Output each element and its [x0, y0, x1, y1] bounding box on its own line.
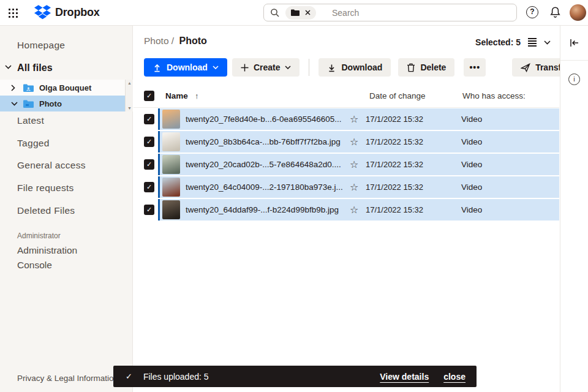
breadcrumb: Photo / Photo — [144, 36, 207, 47]
collapse-panel-icon[interactable] — [570, 39, 579, 47]
chevron-right-icon[interactable] — [11, 85, 18, 91]
chevron-down-icon — [285, 66, 291, 69]
search-placeholder: Search — [332, 8, 359, 18]
row-checkbox[interactable]: ✓ — [144, 114, 154, 124]
sidebar-item-general-access[interactable]: General access — [17, 160, 86, 171]
file-name[interactable]: twenty20_20cad02b-...5-7e864648a2d0.... — [186, 160, 350, 169]
table-header: ✓ Name ↑ Date of change Who has access: — [134, 86, 559, 108]
tree-scrollbar[interactable]: ▲ ▼ — [125, 80, 133, 111]
file-access: Video — [461, 205, 482, 214]
row-checkbox[interactable]: ✓ — [144, 137, 154, 147]
file-row[interactable]: twenty20_7fe8d40e-b...6-0ea695546605...☆… — [158, 108, 559, 130]
toast-message: Files uploaded: 5 — [143, 372, 209, 382]
view-chevron-down-icon[interactable] — [544, 40, 551, 45]
file-date: 17/1/2022 15:32 — [366, 115, 461, 124]
delete-button-label: Delete — [420, 62, 446, 72]
tree-item-olga-bouquet[interactable]: Olga Bouquet — [0, 80, 125, 96]
column-header-name[interactable]: Name — [165, 91, 188, 100]
sidebar-item-administration-console[interactable]: Administration Console — [17, 243, 109, 273]
notifications-bell-icon[interactable] — [549, 6, 561, 19]
scroll-down-icon[interactable]: ▼ — [126, 106, 134, 110]
sort-ascending-icon[interactable]: ↑ — [195, 91, 199, 100]
star-icon[interactable]: ☆ — [350, 159, 366, 170]
upload-button[interactable]: Download — [144, 58, 227, 77]
file-list: ✓twenty20_7fe8d40e-b...6-0ea695546605...… — [134, 108, 559, 222]
sidebar-item-deleted-files[interactable]: Deleted Files — [17, 205, 75, 216]
delete-button[interactable]: Delete — [398, 58, 454, 77]
trash-icon — [407, 63, 415, 72]
download-icon — [327, 63, 336, 72]
view-details-link[interactable]: View details — [380, 372, 429, 382]
close-toast-link[interactable]: close — [443, 372, 466, 382]
file-name[interactable]: twenty20_64c04009-...2-197180ba973e.j... — [186, 183, 350, 192]
folder-icon — [23, 100, 34, 108]
privacy-legal-link[interactable]: Privacy & Legal Information — [17, 374, 118, 383]
create-button[interactable]: Create — [232, 58, 300, 77]
file-name[interactable]: twenty20_8b3b64ca-...bb-76bff7f7f2ba.jpg — [186, 137, 350, 146]
selected-count-label: Selected: 5 — [475, 37, 521, 47]
file-access: Video — [461, 137, 482, 146]
star-icon[interactable]: ☆ — [350, 181, 366, 193]
help-icon[interactable]: ? — [526, 6, 538, 18]
search-input[interactable]: Search — [263, 4, 517, 21]
info-icon[interactable]: i — [568, 74, 580, 85]
star-icon[interactable]: ☆ — [350, 204, 366, 216]
upload-button-label: Download — [167, 62, 208, 72]
sidebar-item-file-requests[interactable]: File requests — [17, 183, 74, 194]
right-panel: i — [560, 26, 588, 392]
dropbox-logo[interactable]: Dropbox — [34, 5, 100, 20]
file-row[interactable]: twenty20_20cad02b-...5-7e864648a2d0....☆… — [158, 154, 559, 175]
chevron-down-icon — [213, 66, 219, 69]
column-header-date[interactable]: Date of change — [369, 91, 426, 100]
table-row: ✓twenty20_20cad02b-...5-7e864648a2d0....… — [134, 154, 559, 175]
table-row: ✓twenty20_8b3b64ca-...bb-76bff7f7f2ba.jp… — [134, 131, 559, 153]
search-folder-filter-chip[interactable] — [285, 6, 316, 20]
sidebar: Homepage All files Olga Bouquet Photo — [0, 26, 133, 392]
app-grid-icon[interactable] — [9, 9, 18, 18]
breadcrumb-current: Photo — [179, 36, 206, 46]
star-icon[interactable]: ☆ — [350, 136, 366, 148]
star-icon[interactable]: ☆ — [350, 113, 366, 125]
download-button[interactable]: Download — [318, 58, 391, 77]
app-title: Dropbox — [55, 6, 100, 19]
sidebar-item-latest[interactable]: Latest — [17, 115, 44, 126]
sidebar-item-tagged[interactable]: Tagged — [17, 138, 50, 149]
file-date: 17/1/2022 15:32 — [366, 183, 461, 192]
scroll-up-icon[interactable]: ▲ — [126, 81, 134, 85]
folder-tree: Olga Bouquet Photo ▲ ▼ — [0, 80, 133, 111]
file-row[interactable]: twenty20_64ddaf99-...f-b224d99bfb9b.jpg☆… — [158, 199, 559, 221]
file-row[interactable]: twenty20_64c04009-...2-197180ba973e.j...… — [158, 176, 559, 198]
file-name[interactable]: twenty20_7fe8d40e-b...6-0ea695546605... — [186, 115, 350, 124]
breadcrumb-separator: / — [172, 36, 174, 46]
file-access: Video — [461, 183, 482, 192]
sidebar-item-all-files[interactable]: All files — [17, 62, 53, 74]
file-thumbnail — [162, 178, 180, 197]
sidebar-item-homepage[interactable]: Homepage — [17, 40, 65, 51]
file-date: 17/1/2022 15:32 — [366, 205, 461, 214]
file-date: 17/1/2022 15:32 — [366, 137, 461, 146]
breadcrumb-parent[interactable]: Photo — [144, 36, 169, 46]
chip-remove-icon[interactable] — [305, 10, 311, 15]
column-header-access: Who has access: — [462, 91, 526, 100]
file-row[interactable]: twenty20_8b3b64ca-...bb-76bff7f7f2ba.jpg… — [158, 131, 559, 153]
search-icon — [270, 8, 280, 18]
top-bar: Dropbox Search ? — [0, 0, 588, 26]
file-name[interactable]: twenty20_64ddaf99-...f-b224d99bfb9b.jpg — [186, 205, 350, 214]
row-checkbox[interactable]: ✓ — [144, 182, 154, 192]
table-row: ✓twenty20_64ddaf99-...f-b224d99bfb9b.jpg… — [134, 199, 559, 221]
file-thumbnail — [162, 110, 180, 129]
chevron-down-icon[interactable] — [11, 102, 18, 106]
row-checkbox[interactable]: ✓ — [144, 159, 154, 170]
chevron-down-icon[interactable] — [5, 65, 12, 69]
list-view-icon[interactable] — [528, 38, 537, 47]
file-access: Video — [461, 160, 482, 169]
row-checkbox[interactable]: ✓ — [144, 205, 154, 215]
user-avatar[interactable] — [570, 4, 586, 21]
file-access: Video — [461, 115, 482, 124]
shared-folder-icon — [23, 84, 34, 92]
upload-toast: ✓ Files uploaded: 5 View details close — [113, 366, 477, 387]
more-actions-button[interactable]: ••• — [464, 58, 486, 77]
select-all-checkbox[interactable]: ✓ — [144, 91, 154, 101]
plus-icon — [241, 64, 249, 72]
tree-item-photo[interactable]: Photo — [0, 96, 125, 111]
